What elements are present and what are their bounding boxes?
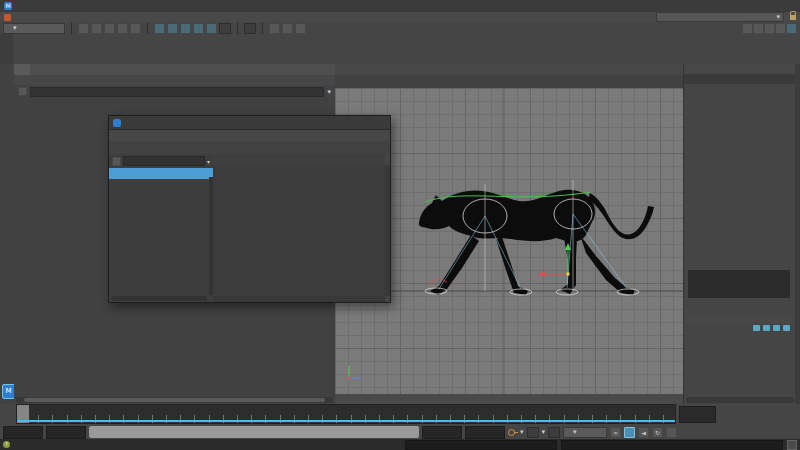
move-layer-down-icon[interactable]: [763, 325, 770, 331]
layer-scrollbar[interactable]: [686, 397, 794, 403]
workspace-selector: ▾: [653, 12, 796, 22]
title-bar: M: [0, 0, 800, 12]
chevron-down-icon[interactable]: ▾: [542, 428, 546, 436]
xgen-icon[interactable]: [786, 23, 797, 34]
playback-end-field[interactable]: [422, 426, 462, 439]
outliner-hscrollbar[interactable]: [16, 397, 333, 403]
ipr-render-icon[interactable]: [282, 23, 293, 34]
layer-editor-icons: [684, 323, 796, 332]
viewport-toolbar: [335, 75, 683, 88]
graph-editor-hscrollbar[interactable]: [213, 296, 385, 302]
channel-box-empty-area: [688, 270, 790, 298]
command-line-result: [561, 440, 783, 450]
render-icon[interactable]: [269, 23, 280, 34]
shelf-icons: [14, 44, 800, 64]
maya-logo-icon: M: [4, 2, 12, 10]
cached-playback-line: [17, 420, 675, 422]
character-set-dropdown[interactable]: [527, 427, 539, 438]
outliner-menubar: [14, 75, 335, 85]
graph-editor-titlebar[interactable]: [109, 116, 390, 130]
help-line: ?: [0, 439, 800, 450]
layer-editor-menubar: [684, 314, 796, 323]
new-layer-icon[interactable]: [783, 325, 790, 331]
favorites-icon[interactable]: [753, 23, 764, 34]
sort-icon[interactable]: [764, 23, 775, 34]
filter-icon[interactable]: [112, 157, 121, 166]
snap-to-plane-icon[interactable]: [193, 23, 204, 34]
shelf-collapse-strip[interactable]: [0, 34, 13, 64]
main-menubar: ▾: [0, 12, 800, 22]
time-slider[interactable]: [16, 404, 676, 424]
mute-audio-icon[interactable]: ◄: [638, 427, 649, 438]
help-icon: ?: [3, 441, 10, 448]
fps-dropdown[interactable]: ▾: [563, 427, 607, 438]
animation-start-field[interactable]: [3, 426, 43, 439]
filter-icon[interactable]: [18, 87, 27, 96]
panther-model[interactable]: [419, 190, 654, 295]
chevron-down-icon[interactable]: ▾: [520, 428, 524, 436]
symmetry-dropdown[interactable]: [244, 23, 256, 34]
move-layer-up-icon[interactable]: [753, 325, 760, 331]
menuset-dropdown[interactable]: ▾: [3, 23, 65, 34]
open-scene-icon[interactable]: [91, 23, 102, 34]
channel-box-menubar: [684, 64, 796, 74]
save-scene-icon[interactable]: [104, 23, 115, 34]
graph-editor-list-hscrollbar[interactable]: [111, 296, 207, 301]
current-time-field[interactable]: [679, 406, 716, 423]
snap-to-point-icon[interactable]: [180, 23, 191, 34]
chevron-down-icon: ▾: [13, 24, 17, 33]
outliner-tab[interactable]: [14, 64, 335, 75]
viewport-menubar: [335, 64, 683, 75]
maya-window: M ▾ ▾: [0, 0, 800, 450]
animation-prefs-icon[interactable]: [666, 427, 677, 438]
highlight-selection-icon[interactable]: [742, 23, 753, 34]
chevron-down-icon[interactable]: ▾: [327, 88, 331, 96]
axis-gizmo: [348, 366, 362, 380]
graph-editor-outliner: ▾: [109, 154, 214, 302]
chevron-down-icon: ▾: [776, 13, 780, 21]
snap-to-curve-icon[interactable]: [167, 23, 178, 34]
empty-layer-icon[interactable]: [773, 325, 780, 331]
render-settings-icon[interactable]: [295, 23, 306, 34]
auto-key-icon[interactable]: [508, 428, 517, 437]
outliner-search-input[interactable]: [30, 87, 324, 97]
animation-end-field[interactable]: [465, 426, 505, 439]
layer-editor: [683, 304, 796, 404]
graph-editor-channel-list: [109, 177, 209, 295]
status-line-toolbar: ▾: [0, 22, 800, 34]
workspace-dropdown[interactable]: ▾: [656, 12, 784, 22]
right-dock-tabs: [795, 64, 800, 404]
graph-editor-search-row: ▾: [109, 154, 213, 168]
channel-box-node-name[interactable]: [684, 74, 796, 84]
loop-mode-icon[interactable]: ∞: [610, 427, 621, 438]
graph-editor-menubar: [109, 130, 390, 141]
cached-playback-icon[interactable]: ↻: [652, 427, 663, 438]
graph-editor-window: ▾: [108, 115, 391, 303]
new-scene-icon[interactable]: [78, 23, 89, 34]
playback-controls: [714, 405, 798, 422]
playback-start-field[interactable]: [46, 426, 86, 439]
command-line-input[interactable]: [405, 440, 557, 450]
live-surface-field[interactable]: [219, 23, 231, 34]
anim-layer-dropdown[interactable]: [548, 427, 560, 438]
redo-icon[interactable]: [130, 23, 141, 34]
chevron-down-icon[interactable]: ▾: [207, 158, 210, 165]
range-slider-bar: ▾ ▾ ▾ ∞ ◄ ↻: [0, 425, 800, 439]
home-icon[interactable]: [4, 14, 11, 21]
chevron-down-icon: ▾: [573, 428, 577, 437]
layer-editor-tabs: [684, 304, 796, 314]
lock-icon[interactable]: [790, 15, 796, 20]
move-manipulator[interactable]: [538, 243, 571, 277]
graph-editor-curve-view[interactable]: [213, 165, 385, 296]
layout-icon[interactable]: [775, 23, 786, 34]
shelf-tabs: [14, 34, 800, 44]
playback-bookmark-icon[interactable]: [624, 427, 635, 438]
graph-editor-search-input[interactable]: [123, 156, 205, 166]
make-live-icon[interactable]: [206, 23, 217, 34]
undo-icon[interactable]: [117, 23, 128, 34]
snap-to-grid-icon[interactable]: [154, 23, 165, 34]
graph-editor-vscrollbar[interactable]: [385, 165, 390, 296]
script-editor-icon[interactable]: [787, 440, 797, 450]
graph-editor-icon: [113, 119, 121, 127]
range-slider[interactable]: [89, 426, 419, 438]
